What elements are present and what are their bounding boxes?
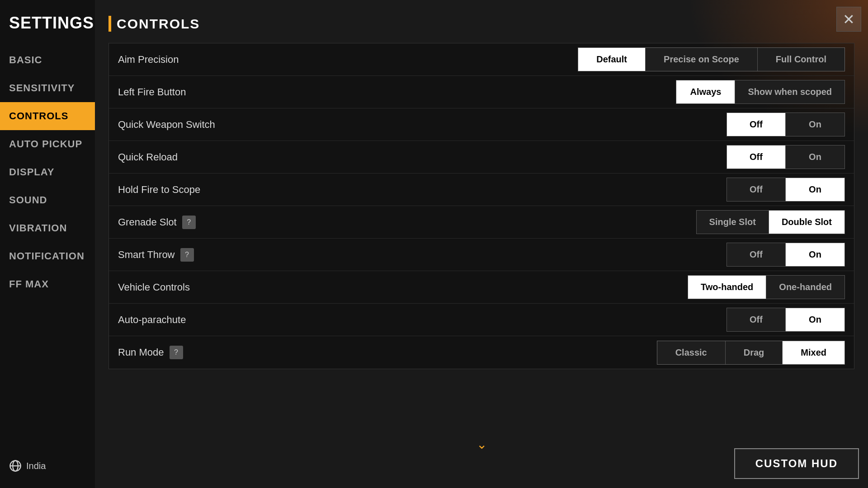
grenade-label: Grenade Slot ?	[118, 216, 696, 229]
setting-row-vehicle: Vehicle Controls Two-handed One-handed	[109, 271, 854, 304]
sidebar-footer: India	[0, 453, 95, 479]
app-title: SETTINGS	[0, 5, 95, 46]
auto-parachute-on[interactable]: On	[786, 308, 844, 331]
setting-row-smart-throw: Smart Throw ? Off On	[109, 239, 854, 271]
settings-container: Aim Precision Default Precise on Scope F…	[108, 43, 854, 369]
globe-icon	[9, 460, 22, 472]
left-fire-always[interactable]: Always	[676, 80, 735, 103]
quick-weapon-off[interactable]: Off	[727, 113, 786, 136]
auto-parachute-off[interactable]: Off	[727, 308, 786, 331]
vehicle-toggle: Two-handed One-handed	[688, 275, 845, 299]
sidebar-item-basic[interactable]: BASIC	[0, 46, 95, 74]
quick-weapon-label: Quick Weapon Switch	[118, 119, 726, 131]
aim-precision-label: Aim Precision	[118, 54, 578, 66]
country-label: India	[26, 461, 46, 471]
auto-parachute-label: Auto-parachute	[118, 314, 726, 326]
sidebar-item-vibration[interactable]: VIBRATION	[0, 214, 95, 242]
sidebar-item-controls[interactable]: CONTROLS	[0, 102, 95, 130]
setting-row-quick-reload: Quick Reload Off On	[109, 141, 854, 174]
main-content: CONTROLS Aim Precision Default Precise o…	[95, 0, 868, 488]
left-fire-toggle: Always Show when scoped	[676, 80, 845, 104]
aim-precision-default[interactable]: Default	[578, 48, 646, 71]
quick-reload-off[interactable]: Off	[727, 145, 786, 169]
setting-row-left-fire: Left Fire Button Always Show when scoped	[109, 76, 854, 108]
aim-precision-toggle: Default Precise on Scope Full Control	[578, 47, 845, 71]
setting-row-grenade: Grenade Slot ? Single Slot Double Slot	[109, 206, 854, 239]
sidebar-item-notification[interactable]: NOTIFICATION	[0, 242, 95, 270]
section-accent	[108, 16, 111, 32]
aim-precision-precise[interactable]: Precise on Scope	[646, 48, 758, 71]
run-mode-mixed[interactable]: Mixed	[783, 341, 844, 364]
section-header: CONTROLS	[108, 9, 854, 36]
grenade-double[interactable]: Double Slot	[769, 211, 844, 234]
custom-hud-button[interactable]: CUSTOM HUD	[734, 448, 859, 479]
vehicle-label: Vehicle Controls	[118, 282, 688, 293]
sidebar-item-sound[interactable]: SOUND	[0, 186, 95, 214]
left-fire-label: Left Fire Button	[118, 86, 676, 98]
run-mode-drag[interactable]: Drag	[726, 341, 783, 364]
grenade-help-icon[interactable]: ?	[182, 216, 196, 229]
scroll-indicator: ⌄	[476, 437, 487, 452]
sidebar-item-sensitivity[interactable]: SENSITIVITY	[0, 74, 95, 102]
quick-reload-label: Quick Reload	[118, 151, 726, 163]
setting-row-hold-fire: Hold Fire to Scope Off On	[109, 174, 854, 206]
grenade-single[interactable]: Single Slot	[697, 211, 769, 234]
left-fire-scoped[interactable]: Show when scoped	[735, 80, 844, 103]
grenade-toggle: Single Slot Double Slot	[696, 210, 845, 234]
quick-weapon-on[interactable]: On	[786, 113, 844, 136]
hold-fire-off[interactable]: Off	[727, 178, 786, 201]
run-mode-classic[interactable]: Classic	[657, 341, 726, 364]
setting-row-quick-weapon: Quick Weapon Switch Off On	[109, 108, 854, 141]
sidebar: SETTINGS BASIC SENSITIVITY CONTROLS AUTO…	[0, 0, 95, 488]
quick-reload-on[interactable]: On	[786, 145, 844, 169]
hold-fire-toggle: Off On	[726, 178, 845, 202]
quick-weapon-toggle: Off On	[726, 113, 845, 136]
vehicle-two-handed[interactable]: Two-handed	[688, 276, 766, 299]
run-mode-label: Run Mode ?	[118, 346, 657, 359]
sidebar-item-auto-pickup[interactable]: AUTO PICKUP	[0, 130, 95, 158]
quick-reload-toggle: Off On	[726, 145, 845, 169]
auto-parachute-toggle: Off On	[726, 308, 845, 332]
run-mode-help-icon[interactable]: ?	[170, 346, 183, 359]
setting-row-aim-precision: Aim Precision Default Precise on Scope F…	[109, 43, 854, 76]
smart-throw-toggle: Off On	[726, 243, 845, 267]
aim-precision-full[interactable]: Full Control	[758, 48, 844, 71]
setting-row-run-mode: Run Mode ? Classic Drag Mixed	[109, 336, 854, 369]
smart-throw-label: Smart Throw ?	[118, 248, 726, 262]
vehicle-one-handed[interactable]: One-handed	[766, 276, 844, 299]
section-title: CONTROLS	[117, 16, 200, 32]
setting-row-auto-parachute: Auto-parachute Off On	[109, 304, 854, 336]
run-mode-toggle: Classic Drag Mixed	[657, 341, 845, 365]
sidebar-item-ff-max[interactable]: FF MAX	[0, 270, 95, 298]
sidebar-item-display[interactable]: DISPLAY	[0, 158, 95, 186]
hold-fire-label: Hold Fire to Scope	[118, 184, 726, 196]
smart-throw-on[interactable]: On	[786, 243, 844, 266]
smart-throw-help-icon[interactable]: ?	[180, 248, 194, 262]
hold-fire-on[interactable]: On	[786, 178, 844, 201]
smart-throw-off[interactable]: Off	[727, 243, 786, 266]
